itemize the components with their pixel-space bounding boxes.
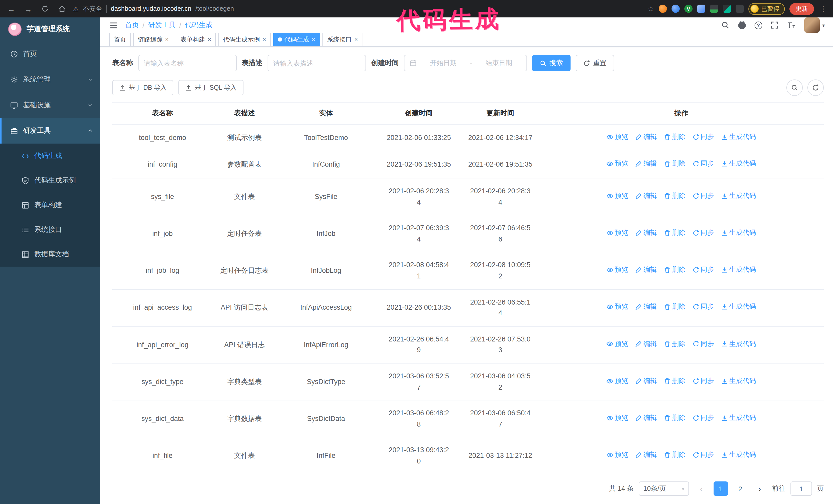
- delete-link[interactable]: 删除: [664, 132, 685, 143]
- sync-link[interactable]: 同步: [693, 265, 714, 275]
- sidebar-item-system-api[interactable]: 系统接口: [0, 217, 100, 242]
- generate-code-link[interactable]: 生成代码: [721, 191, 756, 201]
- sync-link[interactable]: 同步: [693, 302, 714, 312]
- user-menu[interactable]: ▾: [804, 18, 825, 33]
- delete-link[interactable]: 删除: [664, 227, 685, 238]
- delete-link[interactable]: 删除: [664, 191, 685, 201]
- sync-link[interactable]: 同步: [693, 450, 714, 460]
- generate-code-link[interactable]: 生成代码: [721, 450, 756, 460]
- tab-tracing[interactable]: 链路追踪 ×: [133, 33, 173, 46]
- sync-link[interactable]: 同步: [693, 132, 714, 143]
- extension-icon[interactable]: [697, 5, 705, 13]
- delete-link[interactable]: 删除: [664, 159, 685, 169]
- sidebar-item-infra[interactable]: 基础设施: [0, 92, 100, 118]
- reset-button[interactable]: 重置: [576, 55, 614, 71]
- preview-link[interactable]: 预览: [607, 159, 628, 169]
- generate-code-link[interactable]: 生成代码: [721, 159, 756, 169]
- preview-link[interactable]: 预览: [607, 227, 628, 238]
- paused-badge[interactable]: 已暂停: [748, 3, 785, 15]
- chrome-menu-icon[interactable]: ⋮: [819, 5, 828, 13]
- sidebar-item-db-docs[interactable]: 数据库文档: [0, 242, 100, 267]
- close-icon[interactable]: ×: [262, 37, 266, 43]
- edit-link[interactable]: 编辑: [635, 132, 657, 143]
- edit-link[interactable]: 编辑: [635, 339, 657, 350]
- tab-home[interactable]: 首页: [109, 33, 131, 46]
- preview-link[interactable]: 预览: [607, 413, 628, 424]
- generate-code-link[interactable]: 生成代码: [721, 302, 756, 312]
- edit-link[interactable]: 编辑: [635, 450, 657, 460]
- edit-link[interactable]: 编辑: [635, 265, 657, 275]
- help-icon[interactable]: ?: [755, 21, 762, 29]
- prev-page-button[interactable]: ‹: [694, 482, 709, 496]
- extension-icon[interactable]: [659, 5, 667, 13]
- browser-home-button[interactable]: [56, 3, 68, 15]
- generate-code-link[interactable]: 生成代码: [721, 413, 756, 424]
- generate-code-link[interactable]: 生成代码: [721, 132, 756, 143]
- page-button-1[interactable]: 1: [714, 482, 728, 496]
- delete-link[interactable]: 删除: [664, 265, 685, 275]
- date-range-picker[interactable]: 开始日期 - 结束日期: [404, 55, 527, 71]
- extension-check-icon[interactable]: V: [684, 5, 693, 13]
- puzzle-extension-icon[interactable]: [736, 5, 744, 13]
- generate-code-link[interactable]: 生成代码: [721, 227, 756, 238]
- sync-link[interactable]: 同步: [693, 339, 714, 350]
- preview-link[interactable]: 预览: [607, 450, 628, 460]
- sidebar-item-dev-tools[interactable]: 研发工具: [0, 118, 100, 144]
- preview-link[interactable]: 预览: [607, 302, 628, 312]
- sidebar-item-home[interactable]: 首页: [0, 41, 100, 67]
- fullscreen-icon[interactable]: [770, 21, 779, 29]
- tab-codegen-example[interactable]: 代码生成示例 ×: [218, 33, 271, 46]
- edit-link[interactable]: 编辑: [635, 159, 657, 169]
- edit-link[interactable]: 编辑: [635, 227, 657, 238]
- sync-link[interactable]: 同步: [693, 376, 714, 387]
- delete-link[interactable]: 删除: [664, 302, 685, 312]
- font-size-icon[interactable]: [787, 21, 796, 29]
- preview-link[interactable]: 预览: [607, 132, 628, 143]
- import-db-button[interactable]: 基于 DB 导入: [112, 80, 173, 95]
- sync-link[interactable]: 同步: [693, 413, 714, 424]
- preview-link[interactable]: 预览: [607, 191, 628, 201]
- edit-link[interactable]: 编辑: [635, 191, 657, 201]
- table-name-input[interactable]: [138, 55, 237, 71]
- delete-link[interactable]: 删除: [664, 339, 685, 350]
- close-icon[interactable]: ×: [165, 37, 169, 43]
- sync-link[interactable]: 同步: [693, 227, 714, 238]
- chrome-update-button[interactable]: 更新: [789, 3, 814, 15]
- tab-form-builder[interactable]: 表单构建 ×: [176, 33, 216, 46]
- toggle-search-button[interactable]: [786, 79, 803, 96]
- generate-code-link[interactable]: 生成代码: [721, 339, 756, 350]
- sidebar-item-codegen-example[interactable]: 代码生成示例: [0, 168, 100, 193]
- next-page-button[interactable]: ›: [753, 482, 767, 496]
- preview-link[interactable]: 预览: [607, 265, 628, 275]
- sync-link[interactable]: 同步: [693, 159, 714, 169]
- tab-codegen[interactable]: 代码生成 ×: [273, 33, 320, 46]
- delete-link[interactable]: 删除: [664, 413, 685, 424]
- search-button[interactable]: 搜索: [532, 55, 571, 71]
- refresh-table-button[interactable]: [807, 79, 824, 96]
- close-icon[interactable]: ×: [208, 37, 211, 43]
- table-desc-input[interactable]: [268, 55, 366, 71]
- page-button-2[interactable]: 2: [733, 482, 747, 496]
- delete-link[interactable]: 删除: [664, 376, 685, 387]
- generate-code-link[interactable]: 生成代码: [721, 265, 756, 275]
- extension-icon[interactable]: [671, 5, 680, 13]
- browser-reload-button[interactable]: [39, 3, 51, 15]
- edit-link[interactable]: 编辑: [635, 376, 657, 387]
- goto-page-input[interactable]: [790, 482, 812, 496]
- preview-link[interactable]: 预览: [607, 376, 628, 387]
- page-size-select[interactable]: 10条/页 ▾: [639, 482, 689, 496]
- address-bar[interactable]: ⚠ 不安全 dashboard.yudao.iocoder.cn/tool/co…: [73, 4, 654, 13]
- close-icon[interactable]: ×: [354, 37, 358, 43]
- extension-icon[interactable]: [723, 5, 731, 13]
- sidebar-item-system[interactable]: 系统管理: [0, 67, 100, 92]
- preview-link[interactable]: 预览: [607, 339, 628, 350]
- close-icon[interactable]: ×: [312, 37, 315, 43]
- bookmark-star-icon[interactable]: ☆: [648, 5, 654, 13]
- search-icon[interactable]: [721, 21, 730, 29]
- edit-link[interactable]: 编辑: [635, 413, 657, 424]
- breadcrumb-dev-tools[interactable]: 研发工具: [148, 21, 176, 30]
- breadcrumb-home[interactable]: 首页: [125, 21, 139, 30]
- sidebar-item-form-builder[interactable]: 表单构建: [0, 193, 100, 217]
- sync-link[interactable]: 同步: [693, 191, 714, 201]
- tab-system-api[interactable]: 系统接口 ×: [323, 33, 362, 46]
